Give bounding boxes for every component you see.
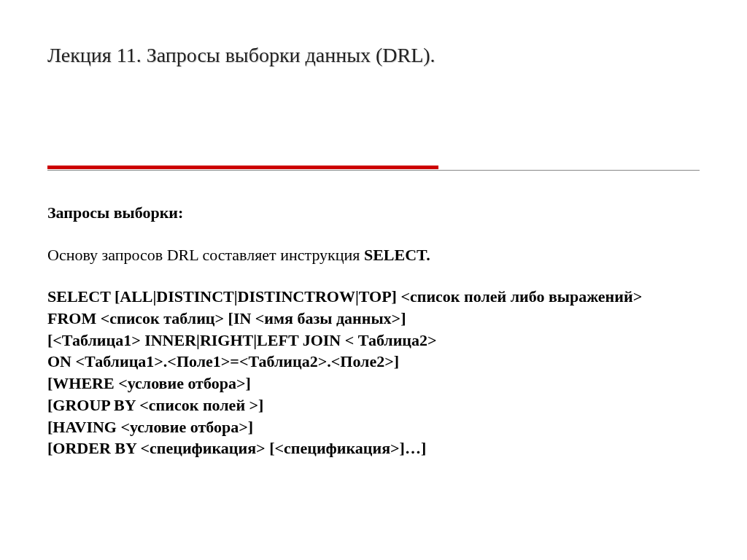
syntax-line-8: [ORDER BY <спецификация> [<спецификация>… bbox=[47, 438, 700, 459]
syntax-line-6: [GROUP BY <список полей >] bbox=[47, 394, 700, 416]
intro-text: Основу запросов DRL составляет инструкци… bbox=[47, 246, 364, 264]
slide-title: Лекция 11. Запросы выборки данных (DRL). bbox=[47, 44, 700, 67]
divider-thick bbox=[47, 166, 438, 169]
syntax-line-5: [WHERE <условие отбора>] bbox=[47, 373, 700, 394]
syntax-line-2: FROM <список таблиц> [IN <имя базы данны… bbox=[47, 308, 700, 330]
intro-line: Основу запросов DRL составляет инструкци… bbox=[47, 244, 700, 266]
intro-keyword: SELECT. bbox=[364, 246, 430, 264]
divider bbox=[47, 166, 700, 173]
syntax-block: SELECT [ALL|DISTINCT|DISTINCTROW|TOP] <с… bbox=[47, 286, 700, 459]
syntax-line-1: SELECT [ALL|DISTINCT|DISTINCTROW|TOP] <с… bbox=[47, 286, 700, 308]
section-heading: Запросы выборки: bbox=[47, 202, 700, 224]
syntax-line-4: ON <Таблица1>.<Поле1>=<Таблица2>.<Поле2>… bbox=[47, 351, 700, 373]
content-body: Запросы выборки: Основу запросов DRL сос… bbox=[47, 202, 700, 459]
divider-thin bbox=[47, 170, 700, 171]
syntax-line-7: [HAVING <условие отбора>] bbox=[47, 416, 700, 438]
syntax-line-3: [<Таблица1> INNER|RIGHT|LEFT JOIN < Табл… bbox=[47, 330, 700, 351]
